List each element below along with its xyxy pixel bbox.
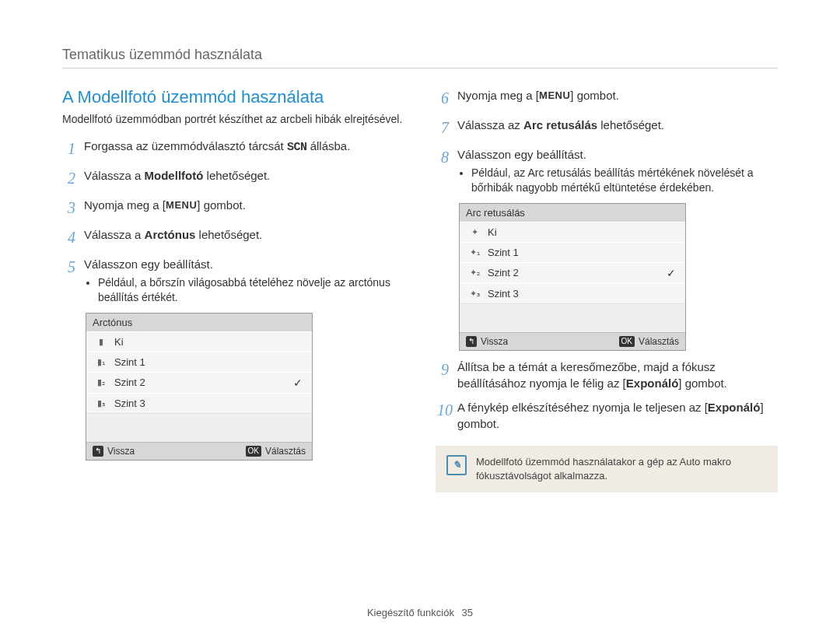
retouch-icon: ✦₃ — [466, 289, 483, 299]
back-hint: ↰ Vissza — [466, 336, 619, 347]
back-key-icon: ↰ — [93, 446, 103, 457]
face-icon: ▮₁ — [93, 357, 110, 367]
retusalas-footer: ↰ Vissza OK Választás — [460, 332, 685, 350]
note-box: ✎ Modellfotó üzemmód használatakor a gép… — [436, 446, 778, 492]
retouch-icon: ✦₁ — [466, 247, 483, 257]
step-8: 8 Válasszon egy beállítást. Például, az … — [436, 146, 778, 195]
step-5: 5 Válasszon egy beállítást. Például, a b… — [62, 256, 404, 305]
step-7: 7 Válassza az Arc retusálás lehetőséget. — [436, 117, 778, 138]
step-5-bullet: Például, a bőrszín világosabbá tételéhez… — [98, 275, 404, 305]
arctonus-menu: Arctónus ▮ Ki ▮₁ Szint 1 ▮₂ Szint 2 ✓ ▮₃… — [86, 313, 313, 461]
arc-retusalas-menu: Arc retusálás ✦ Ki ✦₁ Szint 1 ✦₂ Szint 2… — [459, 203, 686, 351]
footer-section: Kiegészítő funkciók — [367, 607, 454, 618]
face-icon: ▮₂ — [93, 377, 110, 387]
retouch-icon: ✦₂ — [466, 268, 483, 278]
select-hint: OK Választás — [619, 336, 679, 347]
arctonus-footer: ↰ Vissza OK Választás — [86, 442, 312, 460]
manual-page: Tematikus üzemmód használata A Modellfot… — [0, 0, 840, 634]
steps-right-2: 9 Állítsa be a témát a keresőmezőbe, maj… — [436, 359, 778, 432]
step-3: 3 Nyomja meg a [MENU] gombot. — [62, 197, 404, 219]
retusalas-row-2: ✦₂ Szint 2 ✓ — [460, 262, 685, 283]
arctonus-row-3: ▮₃ Szint 3 — [86, 393, 312, 413]
face-icon: ▮ — [93, 337, 110, 347]
step-10: 10 A fénykép elkészítéséhez nyomja le te… — [436, 399, 778, 432]
arctonus-row-2: ▮₂ Szint 2 ✓ — [86, 372, 312, 393]
left-column: A Modellfotó üzemmód használata Modellfo… — [62, 87, 404, 492]
arctonus-menu-title: Arctónus — [86, 313, 312, 331]
select-hint: OK Választás — [246, 446, 306, 457]
step-8-bullet: Például, az Arc retusálás beállítás mért… — [471, 166, 778, 195]
back-hint: ↰ Vissza — [93, 446, 246, 457]
retusalas-row-1: ✦₁ Szint 1 — [460, 242, 685, 262]
section-title: A Modellfotó üzemmód használata — [62, 87, 404, 107]
note-icon: ✎ — [446, 455, 467, 475]
back-key-icon: ↰ — [466, 336, 477, 347]
step-1: 1 Forgassa az üzemmódválasztó tárcsát SC… — [62, 138, 404, 159]
two-column-layout: A Modellfotó üzemmód használata Modellfo… — [62, 87, 778, 492]
arctonus-row-1: ▮₁ Szint 1 — [86, 352, 312, 372]
ok-key-icon: OK — [246, 446, 261, 457]
step-6: 6 Nyomja meg a [MENU] gombot. — [436, 87, 778, 109]
right-column: 6 Nyomja meg a [MENU] gombot. 7 Válassza… — [436, 87, 778, 492]
footer-page: 35 — [462, 607, 473, 618]
retusalas-row-3: ✦₃ Szint 3 — [460, 283, 685, 303]
face-icon: ▮₃ — [93, 398, 110, 408]
step-9: 9 Állítsa be a témát a keresőmezőbe, maj… — [436, 359, 778, 391]
steps-right: 6 Nyomja meg a [MENU] gombot. 7 Válassza… — [436, 87, 778, 195]
arctonus-row-off: ▮ Ki — [86, 331, 312, 352]
breadcrumb: Tematikus üzemmód használata — [62, 47, 778, 68]
note-text: Modellfotó üzemmód használatakor a gép a… — [476, 455, 767, 483]
step-4: 4 Válassza a Arctónus lehetőséget. — [62, 226, 404, 248]
retusalas-row-off: ✦ Ki — [460, 222, 685, 242]
page-footer: Kiegészítő funkciók 35 — [0, 607, 840, 618]
intro-text: Modellfotó üzemmódban portrét készíthet … — [62, 112, 404, 127]
check-icon: ✓ — [667, 267, 679, 279]
check-icon: ✓ — [293, 377, 306, 389]
ok-key-icon: OK — [619, 336, 635, 347]
step-2: 2 Válassza a Modellfotó lehetőséget. — [62, 167, 404, 189]
steps-left: 1 Forgassa az üzemmódválasztó tárcsát SC… — [62, 138, 404, 305]
arc-retusalas-menu-title: Arc retusálás — [460, 204, 685, 222]
retouch-icon: ✦ — [466, 227, 483, 237]
